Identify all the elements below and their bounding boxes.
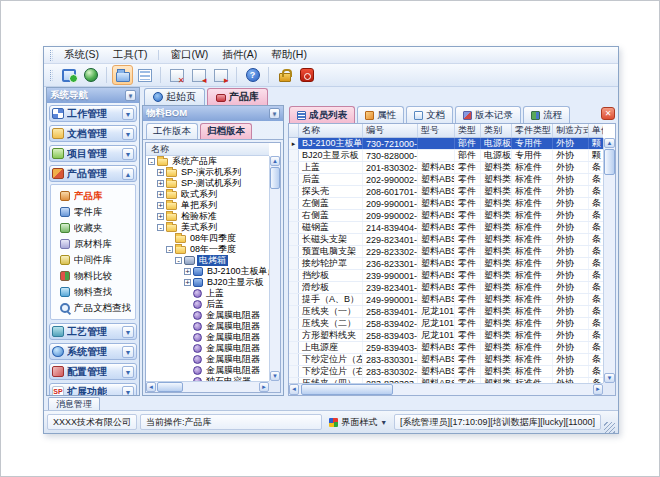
tab-工作版本[interactable]: 工作版本 (146, 123, 198, 139)
column-header-编号[interactable]: 编号 (363, 124, 418, 137)
chevron-down-icon[interactable]: ▼ (122, 108, 134, 120)
tree-node[interactable]: 08年四季度 (146, 233, 269, 244)
tree-expander-icon[interactable] (166, 246, 173, 253)
tree-node[interactable]: 上盖 (146, 288, 269, 299)
table-row[interactable]: 探头壳208-601701-01X塑料ABS零件塑料类标准件外协条 (289, 186, 603, 198)
sidebar-item-产品文档查找[interactable]: 产品文档查找 (51, 300, 135, 316)
tree-column-header[interactable]: 名称 (146, 143, 269, 156)
tab-归档版本[interactable]: 归档版本 (200, 123, 252, 139)
chevron-down-icon[interactable]: ▼ (122, 366, 134, 378)
menu-item[interactable]: 系统(S) (57, 47, 106, 63)
tree-vertical-scrollbar[interactable]: ▲ ▼ (269, 156, 280, 381)
tree-node[interactable]: 后盖 (146, 299, 269, 310)
sidebar-item-零件库[interactable]: 零件库 (51, 204, 135, 220)
column-header-名称[interactable]: 名称 (299, 124, 363, 137)
table-row[interactable]: 上盖201-830302-00X塑料ABS零件塑料类标准件外协条 (289, 162, 603, 174)
column-header-型号[interactable]: 型号 (418, 124, 455, 137)
close-panel-button[interactable]: ✕ (601, 107, 615, 120)
tree-node[interactable]: 美式系列 (146, 222, 269, 233)
scroll-up-icon[interactable]: ▲ (270, 156, 280, 166)
sidebar-group-产品管理[interactable]: 产品管理▲ (49, 165, 137, 182)
resize-grip[interactable] (604, 422, 615, 433)
table-row[interactable]: 预置电脑支架229-823302-00X塑料ABS零件塑料类标准件外协条 (289, 246, 603, 258)
tab-文档[interactable]: 文档 (406, 106, 453, 123)
tree-expander-icon[interactable] (157, 224, 164, 231)
tree-expander-icon[interactable] (157, 191, 164, 198)
table-row[interactable]: 后盖202-990002-01X塑料ABS零件塑料类标准件外协条 (289, 174, 603, 186)
tree-expander-icon[interactable] (157, 169, 164, 176)
tree-node[interactable]: 金属膜电阻器 (146, 354, 269, 365)
tree-node[interactable]: 金属膜电阻器 (146, 321, 269, 332)
table-horizontal-scrollbar[interactable]: ◄ ► (289, 383, 603, 395)
tree-node[interactable]: 金属膜电阻器 (146, 365, 269, 376)
help-button[interactable] (242, 65, 263, 85)
open-folder-button[interactable] (112, 65, 133, 85)
table-row[interactable]: 接纱轮护罩236-823301-00X塑料ABS零件塑料类标准件外协条 (289, 258, 603, 270)
scroll-down-icon[interactable]: ▼ (270, 371, 280, 381)
tree-node[interactable]: 系统产品库 (146, 156, 269, 167)
tree-node[interactable]: 欧式系列 (146, 189, 269, 200)
window-refresh-button[interactable] (188, 65, 209, 85)
table-row[interactable]: 磁钢盖214-839404-01X塑料ABS零件塑料类标准件外协条 (289, 222, 603, 234)
tab-流程[interactable]: 流程 (523, 106, 570, 123)
window-list-button[interactable] (134, 65, 155, 85)
column-header-零件类型[interactable]: 零件类型 (512, 124, 553, 137)
tree-expander-icon[interactable] (157, 213, 164, 220)
table-row[interactable]: 下纱定位片（右）283-830302-00X塑料ABS零件塑料类标准件外协条 (289, 366, 603, 378)
table-row[interactable]: BJ20主显示板730-828000-04X部件电源板专用件外协颗 (289, 150, 603, 162)
menu-item[interactable]: 帮助(H) (264, 47, 314, 63)
scrollbar-thumb[interactable] (301, 384, 393, 395)
chevron-down-icon[interactable]: ▼ (122, 346, 134, 358)
sidebar-group-文档管理[interactable]: 文档管理▼ (49, 125, 137, 142)
tree-expander-icon[interactable] (148, 158, 155, 165)
tree-node[interactable]: 08年一季度 (146, 244, 269, 255)
window-close-button[interactable] (166, 65, 187, 85)
column-header-制造方式[interactable]: 制造方式 (553, 124, 589, 137)
table-row[interactable]: 压线夹（一）258-839401-00X尼龙1010零件塑料类标准件外协条 (289, 306, 603, 318)
table-row[interactable]: 长磁头支架229-823401-00X塑料ABS零件塑料类标准件外协条 (289, 234, 603, 246)
sidebar-item-物料比较[interactable]: 物料比较 (51, 268, 135, 284)
menu-item[interactable]: 窗口(W) (163, 47, 215, 63)
table-row[interactable]: 压线夹（二）258-839402-00X尼龙1010零件塑料类标准件外协条 (289, 318, 603, 330)
tree-node[interactable]: 检验标准 (146, 211, 269, 222)
table-row[interactable]: 上电源座259-839403-00X塑料ABS零件塑料类标准件外协条 (289, 342, 603, 354)
sidebar-item-收藏夹[interactable]: 收藏夹 (51, 220, 135, 236)
sidebar-item-原材料库[interactable]: 原材料库 (51, 236, 135, 252)
sidebar-group-项目管理[interactable]: 项目管理▼ (49, 145, 137, 162)
exit-button[interactable] (296, 65, 317, 85)
table-row[interactable]: 右侧盖209-990002-01X塑料ABS零件塑料类标准件外协条 (289, 210, 603, 222)
tab-起始页[interactable]: 起始页 (144, 88, 205, 105)
tab-message-manager[interactable]: 消息管理 (48, 397, 100, 410)
menu-item[interactable]: 插件(A) (215, 47, 264, 63)
sidebar-group-配置管理[interactable]: 配置管理▼ (49, 363, 137, 380)
globe-button[interactable] (80, 65, 101, 85)
tree-expander-icon[interactable] (157, 180, 164, 187)
table-row[interactable]: ▸BJ-2100主板单点730-721000-12X部件电源板专用件外协颗 (289, 138, 603, 150)
chevron-down-icon[interactable]: ▼ (122, 128, 134, 140)
table-vertical-scrollbar[interactable]: ▲ ▼ (603, 138, 615, 383)
tree-node[interactable]: 金属膜电阻器 (146, 343, 269, 354)
table-row[interactable]: 挡纱板239-990001-01X塑料ABS零件塑料类标准件外协条 (289, 270, 603, 282)
tree-node[interactable]: 金属膜电阻器 (146, 310, 269, 321)
chevron-down-icon[interactable]: ▼ (122, 148, 134, 160)
tree-horizontal-scrollbar[interactable]: ◄ ► (146, 381, 269, 392)
scrollbar-thumb[interactable] (270, 167, 280, 189)
column-header-单位[interactable]: 单位 (589, 124, 603, 137)
tree-expander-icon[interactable] (175, 257, 182, 264)
tree-expander-icon[interactable] (184, 279, 191, 286)
chevron-down-icon[interactable]: ▼ (122, 386, 134, 396)
scroll-left-icon[interactable]: ◄ (289, 384, 299, 395)
tab-成员列表[interactable]: 成员列表 (289, 106, 355, 123)
column-header-类别[interactable]: 类别 (481, 124, 512, 137)
tree-node[interactable]: 金属膜电阻器 (146, 332, 269, 343)
tab-版本记录[interactable]: 版本记录 (455, 106, 521, 123)
tree-node[interactable]: SP-演示机系列 (146, 167, 269, 178)
chevron-up-icon[interactable]: ▲ (122, 168, 134, 180)
menu-item[interactable]: 工具(T) (106, 47, 154, 63)
tree-node[interactable]: 单把系列 (146, 200, 269, 211)
tree-node[interactable]: 电烤箱 (146, 255, 269, 266)
tree-node[interactable]: BJ-2100主板单点 (146, 266, 269, 277)
table-row[interactable]: 提手（A、B）249-990001-01X塑料ABS零件塑料类标准件外协条 (289, 294, 603, 306)
sidebar-item-产品库[interactable]: 产品库 (51, 188, 135, 204)
table-row[interactable]: 滑纱板239-823401-00X塑料ABS零件塑料类标准件外协条 (289, 282, 603, 294)
